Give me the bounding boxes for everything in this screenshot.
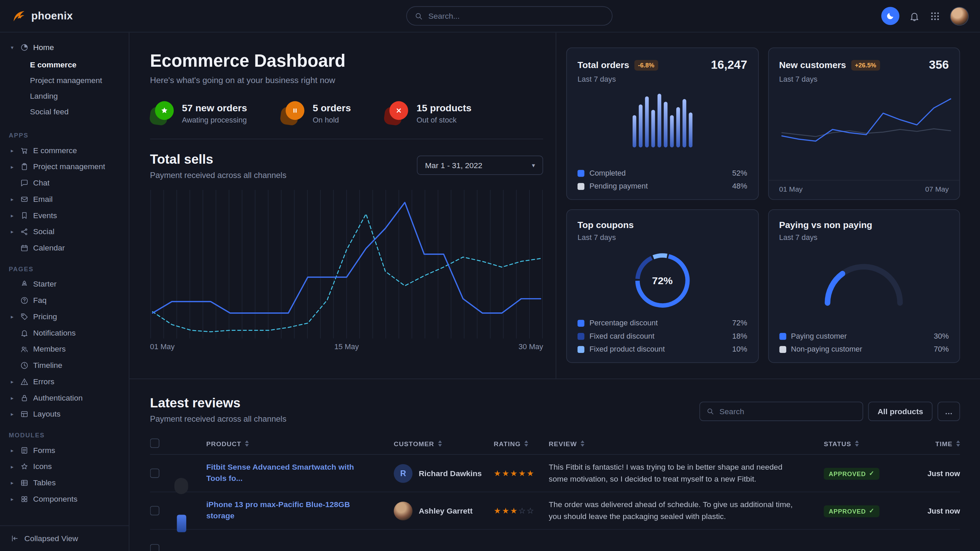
calendar-icon: [20, 244, 29, 252]
customer-name: Richard Dawkins: [419, 469, 482, 478]
column-header-rating[interactable]: RATING: [494, 439, 549, 447]
all-products-button[interactable]: All products: [868, 402, 933, 421]
search-input[interactable]: [428, 11, 605, 21]
caret-right-icon: [9, 480, 16, 486]
caret-right-icon: [9, 148, 16, 154]
bookmark-icon: [20, 211, 29, 220]
sidebar-item-errors[interactable]: Errors: [0, 374, 129, 390]
legend-swatch: [578, 332, 584, 339]
row-checkbox[interactable]: [150, 506, 160, 516]
more-options-button[interactable]: …: [937, 402, 960, 421]
sidebar-item-components[interactable]: Components: [0, 491, 129, 507]
column-header-review[interactable]: REVIEW: [549, 439, 824, 447]
sidebar-item-social-feed[interactable]: Social feed: [0, 104, 129, 119]
reviews-search-input[interactable]: [719, 407, 856, 416]
sidebar-item-ecommerce-app[interactable]: E commerce: [0, 142, 129, 159]
sidebar-item-layouts[interactable]: Layouts: [0, 406, 129, 422]
product-link[interactable]: Fitbit Sense Advanced Smartwatch with To…: [206, 462, 394, 484]
sidebar-section-pages: PAGES: [0, 256, 129, 276]
stat-orders-on-hold: 5 orders On hold: [281, 101, 351, 125]
sidebar-item-tables[interactable]: Tables: [0, 475, 129, 491]
product-link[interactable]: iPhone 13 pro max-Pacific Blue-128GB sto…: [206, 500, 394, 521]
customer-cell: Ashley Garrett: [394, 501, 494, 520]
top-coupons-donut-chart: 72%: [631, 249, 694, 312]
sidebar-item-project-management-dashboard[interactable]: Project management: [0, 73, 129, 88]
stat-new-orders: 57 new orders Awating processing: [150, 101, 247, 125]
brand[interactable]: phoenix: [11, 8, 73, 24]
table-row: [150, 530, 960, 551]
table-row: Fitbit Sense Advanced Smartwatch with To…: [150, 455, 960, 492]
sort-icon: [438, 440, 442, 446]
latest-reviews-section: Latest reviews Payment received across a…: [129, 379, 980, 551]
sidebar-item-timeline[interactable]: Timeline: [0, 357, 129, 374]
row-checkbox[interactable]: [150, 544, 160, 551]
new-customers-card: New customers +26.5% 356 Last 7 days 01 …: [768, 47, 960, 200]
total-sells-subtitle: Payment received across all channels: [150, 170, 287, 180]
rating-stars: ★★★☆☆: [494, 506, 549, 516]
date-range-value: Mar 1 - 31, 2022: [425, 161, 482, 170]
mail-icon: [20, 195, 29, 204]
column-header-time[interactable]: TIME: [899, 439, 960, 447]
sidebar-item-icons[interactable]: Icons: [0, 459, 129, 475]
table-header: PRODUCT CUSTOMER RATING REVIEW STATUS: [150, 432, 960, 455]
new-customers-x-axis: 01 May 07 May: [768, 180, 959, 199]
sidebar-item-members[interactable]: Members: [0, 341, 129, 357]
sidebar-item-project-management-app[interactable]: Project management: [0, 159, 129, 175]
user-avatar[interactable]: [950, 6, 969, 25]
sidebar-item-calendar[interactable]: Calendar: [0, 240, 129, 256]
latest-reviews-title: Latest reviews: [150, 395, 287, 410]
phoenix-logo-icon: [11, 8, 26, 24]
dashboard-right-column: Total orders -6.8% 16,247 Last 7 days Co…: [556, 32, 980, 378]
notifications-button[interactable]: [909, 10, 920, 21]
apps-menu-button[interactable]: [929, 10, 940, 21]
date-range-select[interactable]: Mar 1 - 31, 2022: [417, 156, 543, 175]
customer-avatar[interactable]: R: [394, 464, 412, 483]
card-period: Last 7 days: [578, 75, 747, 84]
pie-chart-icon: [20, 43, 29, 52]
legend-row: Percentage discount 72%: [578, 319, 747, 327]
clock-icon: [20, 361, 29, 370]
column-header-status[interactable]: STATUS: [824, 439, 899, 447]
collapse-view-button[interactable]: Collapsed View: [0, 526, 129, 551]
column-header-customer[interactable]: CUSTOMER: [394, 439, 494, 447]
stat-caption: Awating processing: [182, 115, 247, 124]
sidebar-item-events[interactable]: Events: [0, 207, 129, 224]
customer-avatar[interactable]: [394, 501, 412, 520]
card-period: Last 7 days: [779, 75, 949, 84]
alert-icon: [20, 378, 29, 386]
theme-toggle-button[interactable]: [881, 7, 899, 25]
sidebar-item-home[interactable]: Home: [0, 39, 129, 56]
table-row: iPhone 13 pro max-Pacific Blue-128GB sto…: [150, 492, 960, 530]
dashboard-left-column: Ecommerce Dashboard Here's what's going …: [129, 32, 556, 378]
legend-swatch: [779, 346, 786, 353]
legend: Percentage discount 72% Fixed card disco…: [578, 314, 747, 354]
caret-right-icon: [9, 464, 16, 469]
row-checkbox[interactable]: [150, 468, 160, 478]
grid-icon: [929, 10, 940, 21]
legend-row: Completed 52%: [578, 169, 747, 178]
sidebar-item-landing[interactable]: Landing: [0, 88, 129, 104]
stat-out-of-stock: 15 products Out of stock: [385, 101, 472, 125]
sidebar-item-pricing[interactable]: Pricing: [0, 309, 129, 325]
stat-value: 57 new orders: [182, 102, 247, 113]
legend: Paying customer 30% Non-paying customer …: [779, 327, 949, 354]
sidebar-item-social[interactable]: Social: [0, 224, 129, 240]
sidebar-item-authentication[interactable]: Authentication: [0, 390, 129, 406]
navbar-search[interactable]: [407, 6, 613, 25]
reviews-search[interactable]: [699, 402, 863, 421]
sidebar-item-ecommerce-dashboard[interactable]: E commerce: [0, 57, 129, 73]
sidebar-item-starter[interactable]: Starter: [0, 276, 129, 292]
sidebar-item-chat[interactable]: Chat: [0, 175, 129, 191]
caret-right-icon: [9, 411, 16, 417]
sidebar-item-faq[interactable]: Faq: [0, 292, 129, 309]
card-title: Top coupons: [578, 220, 634, 230]
legend-swatch: [578, 346, 584, 353]
sidebar-item-email[interactable]: Email: [0, 191, 129, 208]
total-sells-chart: [150, 190, 544, 339]
collapse-view-label: Collapsed View: [24, 534, 78, 543]
column-header-product[interactable]: PRODUCT: [206, 439, 394, 447]
moon-icon: [886, 11, 895, 21]
sidebar-item-notifications[interactable]: Notifications: [0, 325, 129, 341]
select-all-checkbox[interactable]: [150, 439, 160, 448]
sidebar-item-forms[interactable]: Forms: [0, 442, 129, 459]
